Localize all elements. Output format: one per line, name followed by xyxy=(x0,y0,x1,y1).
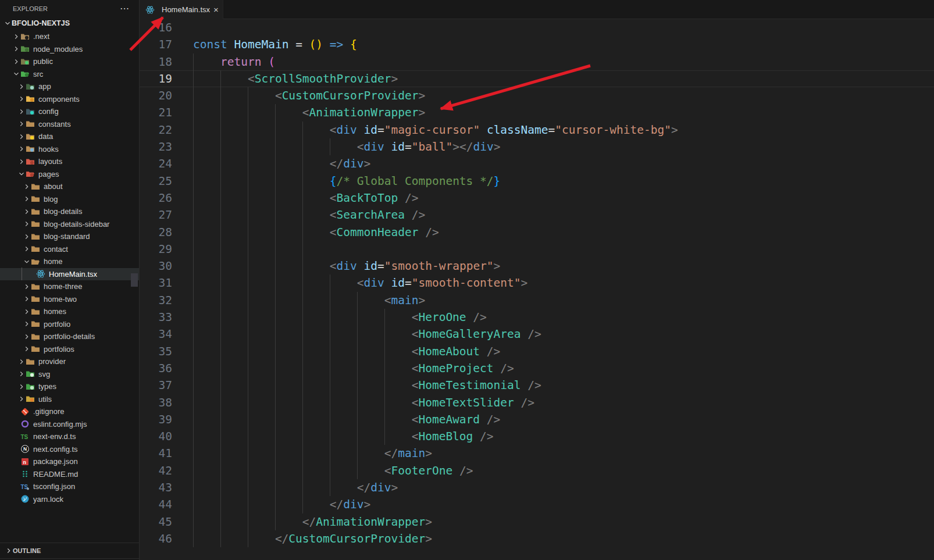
close-icon[interactable]: × xyxy=(213,5,219,14)
tree-item-homes[interactable]: homes xyxy=(0,305,139,318)
tree-item-tsconfig-json[interactable]: TStsconfig.json xyxy=(0,480,139,493)
outline-section-header[interactable]: OUTLINE xyxy=(0,543,139,559)
code-line-38[interactable]: 38<HomeTextSlider /> xyxy=(140,394,934,411)
more-actions-icon[interactable]: ⋯ xyxy=(120,6,130,12)
tree-item-about[interactable]: about xyxy=(0,180,139,193)
code-line-28[interactable]: 28<CommonHeader /> xyxy=(140,224,934,241)
code-line-36[interactable]: 36<HomeProject /> xyxy=(140,360,934,377)
code-line-17[interactable]: 17const HomeMain = () => { xyxy=(140,36,934,53)
tree-item-public[interactable]: public xyxy=(0,55,139,68)
tree-item-readme-md[interactable]: README.md xyxy=(0,468,139,481)
chevron-right-icon[interactable] xyxy=(23,282,31,291)
code-line-34[interactable]: 34<HomeGalleryArea /> xyxy=(140,326,934,343)
sidebar-scrollbar-thumb[interactable] xyxy=(131,273,138,287)
chevron-right-icon[interactable] xyxy=(17,357,26,366)
code-line-40[interactable]: 40<HomeBlog /> xyxy=(140,428,934,445)
tree-item-eslint-config-mjs[interactable]: eslint.config.mjs xyxy=(0,418,139,431)
chevron-right-icon[interactable] xyxy=(23,319,31,329)
code-line-41[interactable]: 41</main> xyxy=(140,445,934,462)
tree-item-layouts[interactable]: layouts xyxy=(0,155,139,168)
chevron-down-icon[interactable] xyxy=(23,257,31,266)
code-line-20[interactable]: 20<CustomCursorProvider> xyxy=(140,87,934,104)
code-line-23[interactable]: 23<div id="ball"></div> xyxy=(140,138,934,155)
tree-item-svg[interactable]: svg xyxy=(0,368,139,381)
chevron-right-icon[interactable] xyxy=(23,344,31,354)
chevron-right-icon[interactable] xyxy=(17,119,26,129)
chevron-right-icon[interactable] xyxy=(23,194,31,204)
code-line-29[interactable]: 29 xyxy=(140,241,934,258)
code-line-27[interactable]: 27<SearchArea /> xyxy=(140,206,934,223)
chevron-right-icon[interactable] xyxy=(12,32,20,41)
tree-item-home-two[interactable]: home-two xyxy=(0,293,139,306)
tree-item-src[interactable]: src xyxy=(0,68,139,81)
code-line-31[interactable]: 31<div id="smooth-content"> xyxy=(140,274,934,291)
code-line-25[interactable]: 25{/* Global Components */} xyxy=(140,173,934,190)
tree-item-next-env-d-ts[interactable]: TSnext-env.d.ts xyxy=(0,430,139,443)
chevron-right-icon[interactable] xyxy=(17,82,26,91)
code-line-32[interactable]: 32<main> xyxy=(140,292,934,309)
chevron-right-icon[interactable] xyxy=(23,219,31,229)
chevron-down-icon[interactable] xyxy=(17,169,26,179)
code-line-37[interactable]: 37<HomeTestimonial /> xyxy=(140,377,934,394)
tree-item-yarn-lock[interactable]: yarn.lock xyxy=(0,493,139,506)
chevron-right-icon[interactable] xyxy=(23,232,31,241)
code-line-43[interactable]: 43</div> xyxy=(140,479,934,496)
code-line-21[interactable]: 21<AnimationWrapper> xyxy=(140,104,934,121)
chevron-right-icon[interactable] xyxy=(23,294,31,304)
tree-item-portfolio-details[interactable]: portfolio-details xyxy=(0,330,139,343)
tree-item-data[interactable]: data xyxy=(0,130,139,143)
tree-item-blog-details[interactable]: blog-details xyxy=(0,205,139,218)
tree-item--next[interactable]: .next xyxy=(0,30,139,43)
tree-item-config[interactable]: config xyxy=(0,105,139,118)
chevron-down-icon[interactable] xyxy=(12,69,20,79)
chevron-right-icon[interactable] xyxy=(23,207,31,216)
code-line-26[interactable]: 26<BackToTop /> xyxy=(140,190,934,206)
tree-item-pages[interactable]: pages xyxy=(0,168,139,181)
tree-item-homemain-tsx[interactable]: HomeMain.tsx xyxy=(0,268,139,281)
tree-item-contact[interactable]: contact xyxy=(0,243,139,256)
chevron-right-icon[interactable] xyxy=(23,244,31,254)
tree-item-blog[interactable]: blog xyxy=(0,193,139,206)
tree-item-types[interactable]: types xyxy=(0,380,139,393)
chevron-right-icon[interactable] xyxy=(17,157,26,166)
chevron-right-icon[interactable] xyxy=(17,144,26,154)
chevron-right-icon[interactable] xyxy=(17,369,26,379)
tree-item-app[interactable]: app xyxy=(0,80,139,93)
tree-item-package-json[interactable]: npackage.json xyxy=(0,455,139,468)
chevron-right-icon[interactable] xyxy=(12,44,20,53)
tree-item-blog-standard[interactable]: blog-standard xyxy=(0,230,139,243)
code-line-16[interactable]: 16 xyxy=(140,19,934,36)
code-line-30[interactable]: 30<div id="smooth-wrapper"> xyxy=(140,258,934,274)
tree-item-utils[interactable]: utils xyxy=(0,393,139,406)
code-line-19[interactable]: 19<ScrollSmoothProvider> xyxy=(140,70,934,87)
chevron-right-icon[interactable] xyxy=(17,382,26,391)
workspace-root-item[interactable]: BFOLIO-NEXTJS xyxy=(0,17,139,30)
tree-item-constants[interactable]: constants xyxy=(0,118,139,131)
code-line-39[interactable]: 39<HomeAward /> xyxy=(140,411,934,428)
code-line-24[interactable]: 24</div> xyxy=(140,155,934,172)
chevron-right-icon[interactable] xyxy=(12,57,20,66)
tree-item-components[interactable]: components xyxy=(0,93,139,106)
code-line-44[interactable]: 44</div> xyxy=(140,496,934,513)
code-line-18[interactable]: 18return ( xyxy=(140,53,934,70)
tree-item--gitignore[interactable]: .gitignore xyxy=(0,405,139,418)
tree-item-blog-details-sidebar[interactable]: blog-details-sidebar xyxy=(0,218,139,231)
code-line-33[interactable]: 33<HeroOne /> xyxy=(140,309,934,326)
chevron-right-icon[interactable] xyxy=(17,107,26,116)
tree-item-provider[interactable]: provider xyxy=(0,355,139,368)
tree-item-portfolios[interactable]: portfolios xyxy=(0,343,139,356)
chevron-right-icon[interactable] xyxy=(17,132,26,141)
chevron-right-icon[interactable] xyxy=(23,332,31,341)
code-line-35[interactable]: 35<HomeAbout /> xyxy=(140,343,934,360)
code-line-46[interactable]: 46</CustomCursorProvider> xyxy=(140,530,934,547)
code-line-45[interactable]: 45</AnimationWrapper> xyxy=(140,513,934,530)
code-line-42[interactable]: 42<FooterOne /> xyxy=(140,462,934,479)
chevron-right-icon[interactable] xyxy=(23,307,31,316)
chevron-right-icon[interactable] xyxy=(17,394,26,404)
tree-item-home[interactable]: home xyxy=(0,255,139,268)
chevron-right-icon[interactable] xyxy=(17,94,26,104)
tab-homemain[interactable]: HomeMain.tsx × xyxy=(140,0,223,19)
tree-item-portfolio[interactable]: portfolio xyxy=(0,318,139,331)
tree-item-hooks[interactable]: hooks xyxy=(0,143,139,156)
tree-item-node-modules[interactable]: node_modules xyxy=(0,43,139,56)
